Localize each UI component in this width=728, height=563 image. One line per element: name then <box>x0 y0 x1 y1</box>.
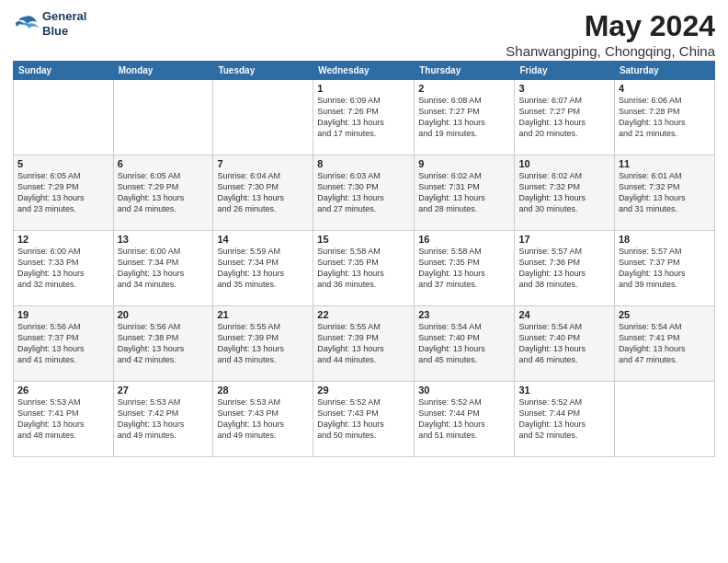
calendar-cell: 17Sunrise: 5:57 AM Sunset: 7:36 PM Dayli… <box>515 231 614 306</box>
day-info: Sunrise: 5:56 AM Sunset: 7:37 PM Dayligh… <box>17 321 109 366</box>
day-number: 23 <box>418 309 510 320</box>
header-sunday: Sunday <box>14 62 114 80</box>
header-tuesday: Tuesday <box>213 62 313 80</box>
calendar-week-4: 26Sunrise: 5:53 AM Sunset: 7:41 PM Dayli… <box>14 382 715 457</box>
calendar-cell: 11Sunrise: 6:01 AM Sunset: 7:32 PM Dayli… <box>614 155 714 231</box>
day-info: Sunrise: 5:54 AM Sunset: 7:40 PM Dayligh… <box>418 321 510 366</box>
day-info: Sunrise: 6:04 AM Sunset: 7:30 PM Dayligh… <box>217 170 309 215</box>
header-monday: Monday <box>113 62 213 80</box>
calendar-cell: 1Sunrise: 6:09 AM Sunset: 7:26 PM Daylig… <box>313 80 415 155</box>
calendar-cell: 12Sunrise: 6:00 AM Sunset: 7:33 PM Dayli… <box>14 231 114 306</box>
calendar-cell: 24Sunrise: 5:54 AM Sunset: 7:40 PM Dayli… <box>515 306 614 382</box>
day-number: 14 <box>217 234 309 245</box>
day-info: Sunrise: 5:52 AM Sunset: 7:43 PM Dayligh… <box>317 396 410 442</box>
calendar-cell <box>614 382 714 457</box>
day-info: Sunrise: 6:06 AM Sunset: 7:28 PM Dayligh… <box>619 95 711 140</box>
day-number: 30 <box>418 385 510 396</box>
calendar-cell: 25Sunrise: 5:54 AM Sunset: 7:41 PM Dayli… <box>614 306 714 382</box>
calendar-cell: 7Sunrise: 6:04 AM Sunset: 7:30 PM Daylig… <box>213 155 313 231</box>
day-info: Sunrise: 5:54 AM Sunset: 7:40 PM Dayligh… <box>518 321 609 366</box>
day-info: Sunrise: 6:05 AM Sunset: 7:29 PM Dayligh… <box>118 170 210 215</box>
calendar-cell: 21Sunrise: 5:55 AM Sunset: 7:39 PM Dayli… <box>213 306 313 382</box>
title-block: May 2024 Shanwangping, Chongqing, China <box>506 9 715 59</box>
day-number: 26 <box>17 385 109 396</box>
main-title: May 2024 <box>506 9 715 43</box>
calendar-cell: 6Sunrise: 6:05 AM Sunset: 7:29 PM Daylig… <box>113 155 213 231</box>
header-friday: Friday <box>515 62 614 80</box>
day-number: 3 <box>518 83 609 94</box>
day-number: 31 <box>518 385 609 396</box>
calendar-cell: 29Sunrise: 5:52 AM Sunset: 7:43 PM Dayli… <box>313 382 415 457</box>
day-number: 12 <box>17 234 109 245</box>
calendar-week-0: 1Sunrise: 6:09 AM Sunset: 7:26 PM Daylig… <box>14 80 715 155</box>
calendar-week-2: 12Sunrise: 6:00 AM Sunset: 7:33 PM Dayli… <box>14 231 715 306</box>
day-number: 20 <box>118 309 210 320</box>
header-thursday: Thursday <box>415 62 515 80</box>
day-info: Sunrise: 5:52 AM Sunset: 7:44 PM Dayligh… <box>518 396 609 442</box>
calendar-cell: 30Sunrise: 5:52 AM Sunset: 7:44 PM Dayli… <box>415 382 515 457</box>
day-number: 29 <box>317 385 410 396</box>
calendar-cell: 5Sunrise: 6:05 AM Sunset: 7:29 PM Daylig… <box>14 155 114 231</box>
day-info: Sunrise: 6:07 AM Sunset: 7:27 PM Dayligh… <box>518 95 609 140</box>
calendar-cell: 22Sunrise: 5:55 AM Sunset: 7:39 PM Dayli… <box>313 306 415 382</box>
calendar-cell: 27Sunrise: 5:53 AM Sunset: 7:42 PM Dayli… <box>113 382 213 457</box>
calendar-cell: 15Sunrise: 5:58 AM Sunset: 7:35 PM Dayli… <box>313 231 415 306</box>
header-saturday: Saturday <box>614 62 714 80</box>
calendar-cell <box>14 80 114 155</box>
day-number: 4 <box>619 83 711 94</box>
day-number: 7 <box>217 158 309 169</box>
day-info: Sunrise: 5:57 AM Sunset: 7:36 PM Dayligh… <box>518 246 609 291</box>
logo-text: General Blue <box>42 9 86 38</box>
day-number: 24 <box>518 309 609 320</box>
day-number: 17 <box>518 234 609 245</box>
day-number: 9 <box>418 158 510 169</box>
day-info: Sunrise: 5:59 AM Sunset: 7:34 PM Dayligh… <box>217 246 309 291</box>
calendar-header-row: SundayMondayTuesdayWednesdayThursdayFrid… <box>14 62 715 80</box>
day-number: 6 <box>118 158 210 169</box>
day-info: Sunrise: 6:00 AM Sunset: 7:34 PM Dayligh… <box>118 246 210 291</box>
logo-bird-icon <box>13 13 39 35</box>
day-info: Sunrise: 5:54 AM Sunset: 7:41 PM Dayligh… <box>619 321 711 366</box>
day-info: Sunrise: 5:53 AM Sunset: 7:42 PM Dayligh… <box>118 396 210 442</box>
day-info: Sunrise: 5:53 AM Sunset: 7:43 PM Dayligh… <box>217 396 309 442</box>
day-number: 18 <box>619 234 711 245</box>
day-number: 8 <box>317 158 410 169</box>
day-info: Sunrise: 5:56 AM Sunset: 7:38 PM Dayligh… <box>118 321 210 366</box>
day-info: Sunrise: 6:01 AM Sunset: 7:32 PM Dayligh… <box>619 170 711 215</box>
day-info: Sunrise: 6:02 AM Sunset: 7:32 PM Dayligh… <box>518 170 609 215</box>
calendar-cell: 14Sunrise: 5:59 AM Sunset: 7:34 PM Dayli… <box>213 231 313 306</box>
calendar-cell: 26Sunrise: 5:53 AM Sunset: 7:41 PM Dayli… <box>14 382 114 457</box>
day-number: 19 <box>17 309 109 320</box>
day-number: 16 <box>418 234 510 245</box>
calendar-cell <box>113 80 213 155</box>
calendar-cell: 10Sunrise: 6:02 AM Sunset: 7:32 PM Dayli… <box>515 155 614 231</box>
calendar-cell: 19Sunrise: 5:56 AM Sunset: 7:37 PM Dayli… <box>14 306 114 382</box>
day-info: Sunrise: 6:08 AM Sunset: 7:27 PM Dayligh… <box>418 95 510 140</box>
day-number: 28 <box>217 385 309 396</box>
page: General Blue May 2024 Shanwangping, Chon… <box>0 0 728 563</box>
calendar-week-1: 5Sunrise: 6:05 AM Sunset: 7:29 PM Daylig… <box>14 155 715 231</box>
calendar-cell: 9Sunrise: 6:02 AM Sunset: 7:31 PM Daylig… <box>415 155 515 231</box>
calendar-cell: 18Sunrise: 5:57 AM Sunset: 7:37 PM Dayli… <box>614 231 714 306</box>
calendar-cell: 23Sunrise: 5:54 AM Sunset: 7:40 PM Dayli… <box>415 306 515 382</box>
header: General Blue May 2024 Shanwangping, Chon… <box>13 9 715 59</box>
day-number: 22 <box>317 309 410 320</box>
subtitle: Shanwangping, Chongqing, China <box>506 43 715 59</box>
day-info: Sunrise: 5:58 AM Sunset: 7:35 PM Dayligh… <box>317 246 410 291</box>
day-number: 21 <box>217 309 309 320</box>
day-number: 11 <box>619 158 711 169</box>
calendar-cell: 28Sunrise: 5:53 AM Sunset: 7:43 PM Dayli… <box>213 382 313 457</box>
day-info: Sunrise: 5:55 AM Sunset: 7:39 PM Dayligh… <box>317 321 410 366</box>
day-info: Sunrise: 5:53 AM Sunset: 7:41 PM Dayligh… <box>17 396 109 442</box>
calendar-cell: 16Sunrise: 5:58 AM Sunset: 7:35 PM Dayli… <box>415 231 515 306</box>
day-number: 27 <box>118 385 210 396</box>
day-number: 10 <box>518 158 609 169</box>
calendar-cell: 31Sunrise: 5:52 AM Sunset: 7:44 PM Dayli… <box>515 382 614 457</box>
day-info: Sunrise: 5:52 AM Sunset: 7:44 PM Dayligh… <box>418 396 510 442</box>
calendar-cell <box>213 80 313 155</box>
calendar-cell: 13Sunrise: 6:00 AM Sunset: 7:34 PM Dayli… <box>113 231 213 306</box>
day-number: 5 <box>17 158 109 169</box>
day-number: 25 <box>619 309 711 320</box>
day-info: Sunrise: 6:02 AM Sunset: 7:31 PM Dayligh… <box>418 170 510 215</box>
calendar-week-3: 19Sunrise: 5:56 AM Sunset: 7:37 PM Dayli… <box>14 306 715 382</box>
